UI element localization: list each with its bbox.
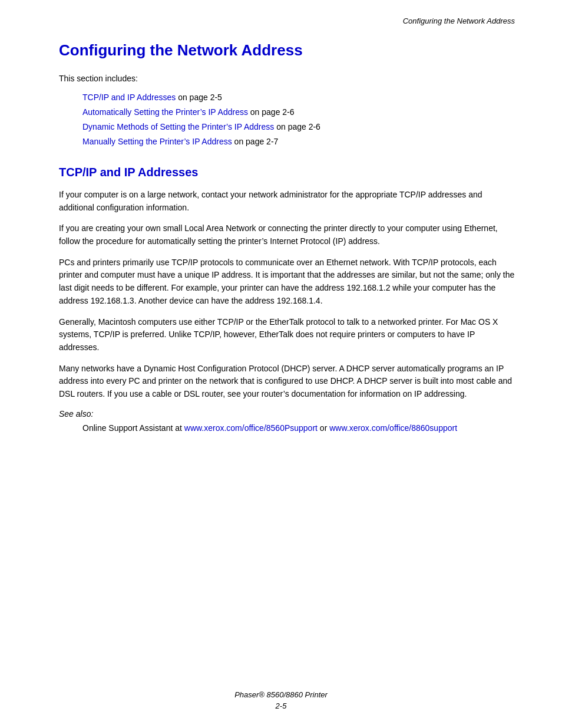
footer-page-number: 2-5 (0, 701, 562, 710)
running-title: Configuring the Network Address (403, 17, 515, 25)
toc-item-2: Automatically Setting the Printer’s IP A… (82, 106, 515, 118)
toc-link-3[interactable]: Dynamic Methods of Setting the Printer’s… (82, 122, 274, 131)
toc-link-4[interactable]: Manually Setting the Printer’s IP Addres… (82, 137, 232, 146)
section1-title: TCP/IP and IP Addresses (59, 166, 515, 179)
see-also-link-2[interactable]: www.xerox.com/office/8860support (329, 423, 457, 433)
toc-link-2[interactable]: Automatically Setting the Printer’s IP A… (82, 107, 248, 117)
paragraph-3: PCs and printers primarily use TCP/IP pr… (59, 256, 515, 308)
see-also-label: See also: (59, 409, 515, 419)
see-also-text: Online Support Assistant at (82, 423, 184, 433)
toc-item-4: Manually Setting the Printer’s IP Addres… (82, 136, 515, 148)
toc-list: TCP/IP and IP Addresses on page 2-5 Auto… (82, 91, 515, 148)
footer: Phaser® 8560/8860 Printer 2-5 (0, 690, 562, 710)
paragraph-4: Generally, Macintosh computers use eithe… (59, 316, 515, 354)
page-container: Configuring the Network Address Configur… (0, 0, 562, 728)
section-intro: This section includes: (59, 74, 515, 83)
see-also-content: Online Support Assistant at www.xerox.co… (82, 422, 515, 435)
see-also-link-1[interactable]: www.xerox.com/office/8560Psupport (184, 423, 318, 433)
paragraph-5: Many networks have a Dynamic Host Config… (59, 363, 515, 401)
paragraph-1: If your computer is on a large network, … (59, 189, 515, 214)
content-area: Configuring the Network Address This sec… (59, 41, 515, 434)
toc-link-1[interactable]: TCP/IP and IP Addresses (82, 93, 176, 102)
main-title: Configuring the Network Address (59, 41, 515, 60)
see-also-middle: or (318, 423, 329, 433)
footer-product: Phaser® 8560/8860 Printer (0, 690, 562, 699)
toc-item-3: Dynamic Methods of Setting the Printer’s… (82, 121, 515, 133)
toc-item-1: TCP/IP and IP Addresses on page 2-5 (82, 91, 515, 104)
paragraph-2: If you are creating your own small Local… (59, 222, 515, 248)
